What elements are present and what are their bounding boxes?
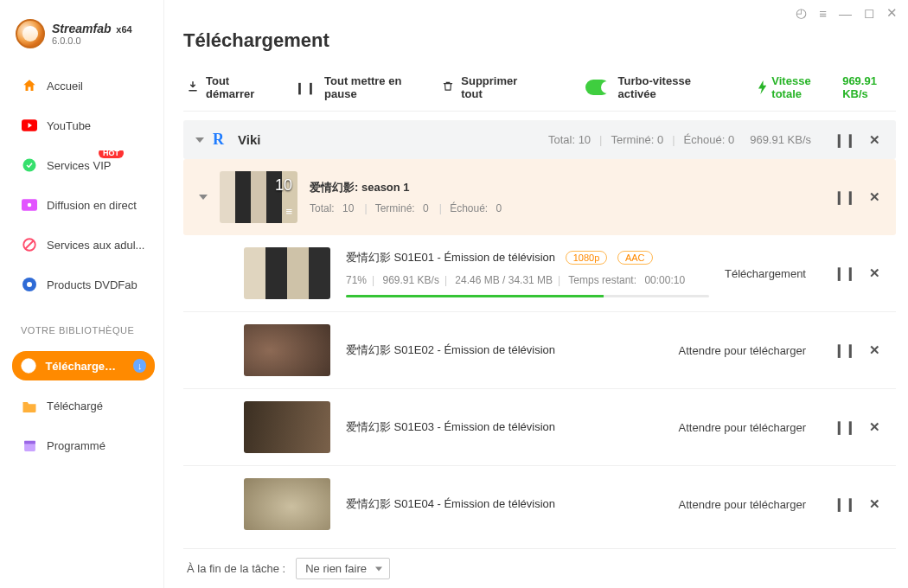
episode-pause-button[interactable]: ❙❙ <box>834 496 853 512</box>
brand-version: 6.0.0.0 <box>52 35 132 46</box>
episode-status: Attendre pour télécharger <box>679 421 806 434</box>
audio-tag: AAC <box>617 251 653 265</box>
episode-thumbnail <box>244 401 330 453</box>
app-logo-icon <box>16 19 45 48</box>
chevron-down-icon[interactable] <box>195 137 204 143</box>
after-task-label: À la fin de la tâche : <box>187 562 285 575</box>
sidebar: Streamfab x64 6.0.0.0 Accueil YouTube Se… <box>0 0 164 588</box>
viki-icon: R <box>213 131 224 149</box>
svg-point-3 <box>28 203 32 208</box>
episode-title: 爱情幻影 S01E01 - Émission de télévision <box>346 251 555 264</box>
season-row: 10 ≡ 爱情幻影: season 1 Total: 10| Terminé: … <box>183 159 896 235</box>
menu-icon[interactable]: ≡ <box>819 6 827 21</box>
switch-icon <box>585 80 609 95</box>
episode-remove-button[interactable]: ✕ <box>865 342 884 358</box>
brand-arch: x64 <box>116 24 131 35</box>
season-pause-button[interactable]: ❙❙ <box>834 189 853 205</box>
episode-row: 爱情幻影 S01E02 - Émission de télévision Att… <box>183 312 896 389</box>
turbo-toggle[interactable]: Turbo-vitesse activée <box>585 74 710 100</box>
episode-pause-button[interactable]: ❙❙ <box>834 419 853 435</box>
maximize-icon[interactable]: ◻ <box>864 5 874 21</box>
episode-title: 爱情幻影 S01E03 - Émission de télévision <box>346 419 663 435</box>
minimize-icon[interactable]: — <box>839 6 852 21</box>
source-pause-button[interactable]: ❙❙ <box>834 132 853 148</box>
brand: Streamfab x64 6.0.0.0 <box>12 19 155 48</box>
start-all-button[interactable]: Tout démarrer <box>187 74 264 100</box>
folder-icon <box>21 397 38 414</box>
delete-all-button[interactable]: Supprimer tout <box>442 74 523 100</box>
sidebar-section-label: VOTRE BIBLIOTHÈQUE <box>21 325 155 336</box>
bolt-icon <box>758 80 767 94</box>
footer: À la fin de la tâche : Ne rien faire <box>183 548 896 588</box>
episode-remove-button[interactable]: ✕ <box>865 265 884 281</box>
main: Téléchargement Tout démarrer ❙❙ Tout met… <box>164 0 908 588</box>
download-icon <box>21 357 36 374</box>
episode-status: Attendre pour télécharger <box>679 498 806 511</box>
source-remove-button[interactable]: ✕ <box>865 132 884 148</box>
pause-all-button[interactable]: ❙❙ Tout mettre en pause <box>295 74 411 100</box>
episode-remove-button[interactable]: ✕ <box>865 496 884 512</box>
calendar-icon <box>21 437 38 454</box>
episode-status: Téléchargement <box>725 267 806 280</box>
episode-title: 爱情幻影 S01E02 - Émission de télévision <box>346 342 663 358</box>
source-stats: Total: 10| Terminé: 0| Échoué: 0 969.91 … <box>548 133 811 146</box>
episode-title: 爱情幻影 S01E04 - Émission de télévision <box>346 496 663 512</box>
season-stats: Total: 10| Terminé: 0| Échoué: 0 <box>310 202 512 214</box>
live-icon <box>21 196 38 214</box>
episode-meta: 71%| 969.91 KB/s| 24.46 MB / 34.31 MB| T… <box>346 274 709 286</box>
episode-thumbnail <box>244 247 330 299</box>
page-title: Téléchargement <box>183 29 896 52</box>
season-remove-button[interactable]: ✕ <box>865 189 884 205</box>
episode-list: 爱情幻影 S01E01 - Émission de télévision 108… <box>183 235 896 542</box>
sidebar-item-vip[interactable]: Services VIP HOT <box>12 150 155 180</box>
sidebar-item-youtube[interactable]: YouTube <box>12 111 155 140</box>
sidebar-item-live[interactable]: Diffusion en direct <box>12 190 155 220</box>
episode-row: 爱情幻影 S01E03 - Émission de télévision Att… <box>183 389 896 466</box>
sidebar-item-adult[interactable]: Services aux adul... <box>12 230 155 259</box>
trash-icon <box>442 80 454 95</box>
episode-row: 爱情幻影 S01E01 - Émission de télévision 108… <box>183 235 896 312</box>
dvdfab-icon <box>21 276 38 293</box>
episode-pause-button[interactable]: ❙❙ <box>834 342 853 358</box>
home-icon <box>21 77 38 94</box>
download-indicator-icon: ↓ <box>133 359 146 373</box>
svg-rect-9 <box>24 440 35 444</box>
adult-icon <box>21 236 38 253</box>
episode-pause-button[interactable]: ❙❙ <box>834 265 853 281</box>
episode-row: 爱情幻影 S01E04 - Émission de télévision Att… <box>183 466 896 542</box>
playlist-icon: ≡ <box>285 205 292 218</box>
episode-thumbnail <box>244 478 330 530</box>
chevron-down-icon[interactable] <box>199 195 208 200</box>
episode-remove-button[interactable]: ✕ <box>865 419 884 435</box>
progress-bar <box>346 295 709 297</box>
brand-name: Streamfab <box>52 22 111 35</box>
source-header: R Viki Total: 10| Terminé: 0| Échoué: 0 … <box>183 120 896 159</box>
history-icon[interactable]: ◴ <box>796 5 807 21</box>
window-controls: ◴ ≡ — ◻ ✕ <box>796 5 898 21</box>
episode-thumbnail <box>244 324 330 376</box>
after-task-select[interactable]: Ne rien faire <box>296 558 390 579</box>
download-all-icon <box>187 80 199 95</box>
pause-icon: ❙❙ <box>295 81 317 94</box>
svg-point-6 <box>27 282 32 287</box>
toolbar: Tout démarrer ❙❙ Tout mettre en pause Su… <box>183 67 896 112</box>
season-title: 爱情幻影: season 1 <box>310 180 512 195</box>
quality-tag: 1080p <box>566 251 608 265</box>
sidebar-item-home[interactable]: Accueil <box>12 71 155 100</box>
sidebar-item-scheduled[interactable]: Programmé <box>12 431 155 460</box>
close-icon[interactable]: ✕ <box>886 5 898 21</box>
sidebar-item-downloaded[interactable]: Téléchargé <box>12 391 155 420</box>
source-name: Viki <box>238 132 260 147</box>
season-thumbnail: 10 ≡ <box>220 171 297 223</box>
sidebar-item-dvdfab[interactable]: Products DVDFab <box>12 270 155 299</box>
sidebar-item-downloading[interactable]: Téléchargement ↓ <box>12 351 155 380</box>
total-speed: Vitesse totale 969.91 KB/s <box>758 74 892 100</box>
youtube-icon <box>21 117 38 134</box>
hot-badge: HOT <box>99 150 124 158</box>
svg-point-1 <box>23 159 36 172</box>
vip-icon <box>21 157 38 174</box>
episode-status: Attendre pour télécharger <box>679 344 806 357</box>
